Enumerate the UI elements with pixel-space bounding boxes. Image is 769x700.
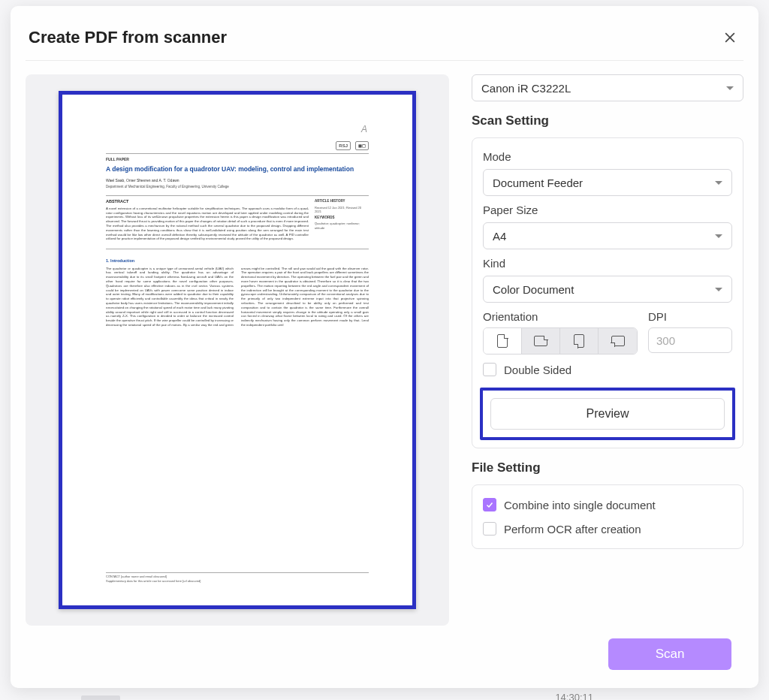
doc-journal-logos: RSJ ◼◻ [106,141,369,150]
scanner-select[interactable]: Canon iR C3222L [472,74,743,101]
combine-checkbox[interactable] [483,498,496,511]
close-button[interactable] [719,27,740,48]
mode-label: Mode [483,150,732,163]
check-icon [485,500,494,509]
file-setting-title: File Setting [472,460,743,475]
scan-setting-title: Scan Setting [472,113,743,128]
preview-panel: A RSJ ◼◻ FULL PAPER A design modificatio… [26,74,449,626]
paper-size-label: Paper Size [483,204,732,216]
ocr-checkbox[interactable] [483,522,496,536]
close-icon [722,30,737,45]
orientation-landscape[interactable] [522,328,560,354]
kind-label: Kind [483,257,732,270]
paper-size-select-value: A4 [493,230,506,243]
doc-history-heading: ARTICLE HISTORY [315,199,369,204]
doc-intro-text: The quadrotor or quadcopter is a unique … [106,267,369,327]
mode-select-value: Document Feeder [493,177,583,189]
dialog-title: Create PDF from scanner [29,28,227,47]
doc-footer-line-2: Supplementary data for this article can … [106,579,369,583]
orientation-group [483,327,638,355]
doc-abstract-text: A novel extension of a conventional mult… [106,207,309,241]
preview-button[interactable]: Preview [490,398,725,430]
settings-panel: Canon iR C3222L Scan Setting Mode Docume… [472,74,743,626]
double-sided-label: Double Sided [504,364,571,376]
dpi-label: DPI [648,310,732,323]
scanned-page-preview[interactable]: A RSJ ◼◻ FULL PAPER A design modificatio… [59,91,416,609]
preview-button-label: Preview [587,407,629,421]
chevron-down-icon [715,234,722,238]
doc-keywords-heading: KEYWORDS [315,216,369,220]
doc-keywords-text: Quadrotor; quadcopter; nonlinear; attitu… [315,222,369,230]
scan-button-label: Scan [656,647,685,662]
orientation-portrait-flip[interactable] [560,328,599,354]
portrait-icon [497,334,508,348]
mode-select[interactable]: Document Feeder [483,169,732,196]
doc-abstract-heading: ABSTRACT [106,199,309,204]
create-pdf-dialog: Create PDF from scanner A RSJ ◼◻ FULL PA… [11,6,758,688]
kind-select[interactable]: Color Document [483,276,732,303]
orientation-landscape-flip[interactable] [599,328,637,354]
kind-select-value: Color Document [493,283,574,296]
landscape-icon [534,336,547,346]
doc-intro-heading: 1. Introduction [106,258,369,264]
orientation-label: Orientation [483,310,638,323]
preview-button-highlight: Preview [480,388,735,440]
ocr-label: Perform OCR after creation [504,523,641,536]
scan-setting-box: Mode Document Feeder Paper Size A4 Kind … [472,137,743,448]
scan-button[interactable]: Scan [608,638,731,670]
background-thumbnail [81,695,120,700]
doc-corner-mark: A [106,123,369,135]
chevron-down-icon [726,86,734,90]
file-setting-box: Combine into single document Perform OCR… [472,484,743,549]
doc-paper-title: A design modification for a quadrotor UA… [106,165,369,173]
doc-footer: CONTACT [author name and email obscured]… [106,572,369,583]
background-time-fragment: 14:30:11 [555,692,593,700]
double-sided-checkbox[interactable] [483,363,496,376]
doc-history-text: Received 12 Jan 2021; Revised 20 2021 [315,206,369,214]
scanner-select-value: Canon iR C3222L [481,82,571,95]
dialog-header: Create PDF from scanner [26,21,743,61]
orientation-portrait[interactable] [484,328,522,354]
dpi-input[interactable] [648,327,732,353]
doc-journal-logo-1: RSJ [336,141,351,150]
doc-paper-type: FULL PAPER [106,157,369,162]
paper-size-select[interactable]: A4 [483,222,732,249]
doc-journal-logo-2: ◼◻ [355,141,369,150]
chevron-down-icon [715,181,722,185]
combine-label: Combine into single document [504,499,656,511]
portrait-flip-icon [574,334,584,348]
doc-authors: Wael Saab, Omer Shevren and A. T. Odawn [106,178,369,183]
landscape-flip-icon [611,336,625,346]
doc-affiliation: Department of Mechanical Engineering, Fa… [106,185,369,189]
chevron-down-icon [715,288,722,291]
